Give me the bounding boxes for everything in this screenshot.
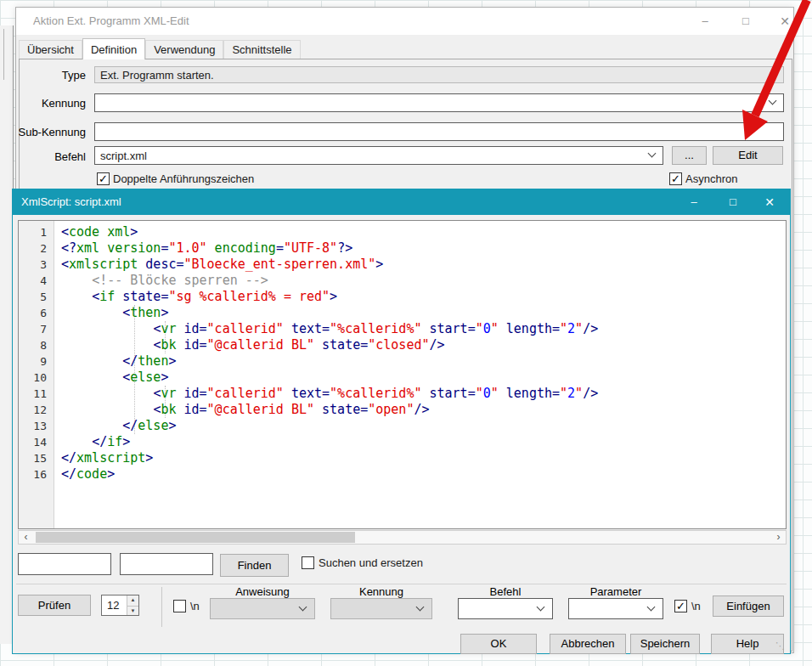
- search-input-2[interactable]: [121, 554, 212, 574]
- code-line: <else>: [61, 370, 786, 386]
- chevron-down-icon[interactable]: [647, 602, 656, 611]
- code-line: <bk id="@callerid BL" state="closed"/>: [61, 337, 786, 353]
- tab-strip: Übersicht Definition Verwendung Schnitts…: [19, 40, 301, 59]
- xmlscript-editor-window: XmlScript: script.xml – □ ✕ 123456789101…: [12, 189, 791, 654]
- maximize-icon[interactable]: □: [714, 189, 752, 215]
- code-line: </else>: [61, 418, 786, 434]
- search-input-1[interactable]: [19, 554, 110, 574]
- line-number: 1: [19, 224, 54, 240]
- code-line: </xmlscript>: [61, 450, 786, 466]
- sub-kennung-field[interactable]: [94, 122, 784, 141]
- vertical-divider: [161, 587, 162, 627]
- spin-up-icon[interactable]: ▲: [127, 595, 138, 606]
- code-line: <?xml version="1.0" encoding="UTF-8"?>: [61, 240, 786, 257]
- asynchron-checkbox[interactable]: ✓: [669, 172, 682, 185]
- help-button[interactable]: Help: [711, 634, 784, 654]
- kennung-combobox-toolbar[interactable]: [330, 598, 432, 619]
- befehl-value: script.xml: [95, 147, 663, 165]
- close-icon[interactable]: ✕: [767, 8, 803, 35]
- separator: [16, 584, 787, 584]
- abbrechen-button[interactable]: Abbrechen: [550, 634, 626, 654]
- scroll-right-icon[interactable]: ›: [771, 531, 786, 544]
- minimize-icon[interactable]: –: [675, 189, 713, 215]
- einfuegen-button[interactable]: Einfügen: [713, 595, 784, 617]
- code-line: <code xml>: [61, 224, 786, 240]
- scroll-left-icon[interactable]: ‹: [19, 531, 33, 544]
- line-number: 7: [19, 321, 54, 337]
- xmlscript-titlebar[interactable]: XmlScript: script.xml – □ ✕: [13, 189, 790, 215]
- befehl-combobox-toolbar[interactable]: [458, 598, 553, 619]
- line-number: 13: [19, 418, 54, 434]
- horizontal-scrollbar[interactable]: ‹ ›: [18, 530, 787, 545]
- close-icon[interactable]: ✕: [751, 189, 788, 215]
- line-number: 15: [19, 450, 54, 466]
- spin-down-icon[interactable]: ▼: [127, 606, 138, 616]
- anweisung-combobox[interactable]: [210, 598, 315, 619]
- code-editor[interactable]: 12345678910111213141516 <code xml><?xml …: [18, 220, 787, 529]
- code-line: <xmlscript desc="Bloecke_ent-sperren.xml…: [61, 257, 786, 273]
- anweisung-label: Anweisung: [210, 585, 315, 598]
- code-line: <vr id="callerid" text="%callerid%" star…: [61, 386, 786, 402]
- edit-button[interactable]: Edit: [713, 146, 783, 165]
- tab-definition[interactable]: Definition: [82, 38, 145, 59]
- code-lines: <code xml><?xml version="1.0" encoding="…: [61, 224, 786, 483]
- chevron-down-icon[interactable]: [537, 602, 545, 611]
- line-number: 9: [19, 353, 54, 370]
- line-number: 14: [19, 434, 54, 450]
- line-number: 4: [19, 273, 54, 289]
- ok-button[interactable]: OK: [460, 634, 537, 654]
- tab-schnittstelle[interactable]: Schnittstelle: [223, 40, 300, 59]
- line-number: 8: [19, 337, 54, 353]
- background-window-edge: [3, 29, 4, 80]
- code-line: <if state="sg %callerid% = red">: [61, 289, 786, 305]
- newline-checkbox-1[interactable]: [173, 600, 186, 612]
- search-field-2[interactable]: [120, 553, 213, 575]
- newline-checkbox-2[interactable]: ✓: [674, 600, 687, 612]
- line-number: 5: [19, 289, 54, 305]
- parameter-combobox[interactable]: [568, 598, 663, 619]
- line-number: 12: [19, 402, 54, 418]
- spinner-value: 12: [107, 595, 119, 615]
- resize-grip[interactable]: ⋱: [775, 641, 786, 651]
- line-number: 16: [19, 466, 54, 483]
- kennung-input[interactable]: [95, 94, 783, 111]
- befehl-group-label: Befehl: [458, 585, 553, 598]
- chevron-down-icon[interactable]: [416, 602, 425, 611]
- befehl-combobox[interactable]: script.xml: [94, 146, 663, 165]
- befehl-label: Befehl: [18, 150, 86, 163]
- code-line: </then>: [61, 353, 786, 370]
- code-line: <then>: [61, 305, 786, 321]
- sub-kennung-input[interactable]: [95, 123, 783, 140]
- minimize-icon[interactable]: –: [687, 8, 723, 35]
- doppelte-anfuehrungszeichen-checkbox[interactable]: ✓: [97, 172, 110, 185]
- browse-button[interactable]: ...: [672, 146, 707, 165]
- sub-kennung-label: Sub-Kennung: [18, 126, 86, 138]
- parameter-group-label: Parameter: [568, 585, 663, 598]
- tab-uebersicht[interactable]: Übersicht: [19, 40, 82, 59]
- line-number: 3: [19, 257, 54, 273]
- line-number: 10: [19, 370, 54, 386]
- spinner-buttons: ▲ ▼: [127, 595, 138, 615]
- code-line: <bk id="@callerid BL" state="open"/>: [61, 402, 786, 418]
- code-line: <!-- Blöcke sperren -->: [61, 273, 786, 289]
- kennung-combobox[interactable]: [94, 93, 784, 112]
- main-titlebar[interactable]: Aktion Ext. Programm XML-Edit – □ ✕: [16, 8, 793, 35]
- code-line: </if>: [61, 434, 786, 450]
- search-field-1[interactable]: [18, 553, 111, 575]
- finden-button[interactable]: Finden: [220, 554, 289, 577]
- code-line: <vr id="callerid" text="%callerid%" star…: [61, 321, 786, 337]
- maximize-icon[interactable]: □: [728, 8, 764, 35]
- doppelte-anfuehrungszeichen-label: Doppelte Anführungszeichen: [113, 172, 254, 186]
- line-number-spinner[interactable]: 12 ▲ ▼: [101, 595, 139, 616]
- code-line: </code>: [61, 466, 786, 483]
- chevron-down-icon[interactable]: [299, 602, 307, 611]
- scrollbar-thumb[interactable]: [36, 532, 355, 543]
- pruefen-button[interactable]: Prüfen: [18, 595, 91, 616]
- speichern-button[interactable]: Speichern: [630, 634, 700, 654]
- kennung-group-label: Kennung: [330, 585, 432, 598]
- tab-verwendung[interactable]: Verwendung: [145, 40, 223, 59]
- suchen-und-ersetzen-checkbox[interactable]: [302, 556, 314, 569]
- gutter: 12345678910111213141516: [19, 221, 54, 528]
- line-number: 11: [19, 386, 54, 402]
- asynchron-label: Asynchron: [685, 172, 737, 186]
